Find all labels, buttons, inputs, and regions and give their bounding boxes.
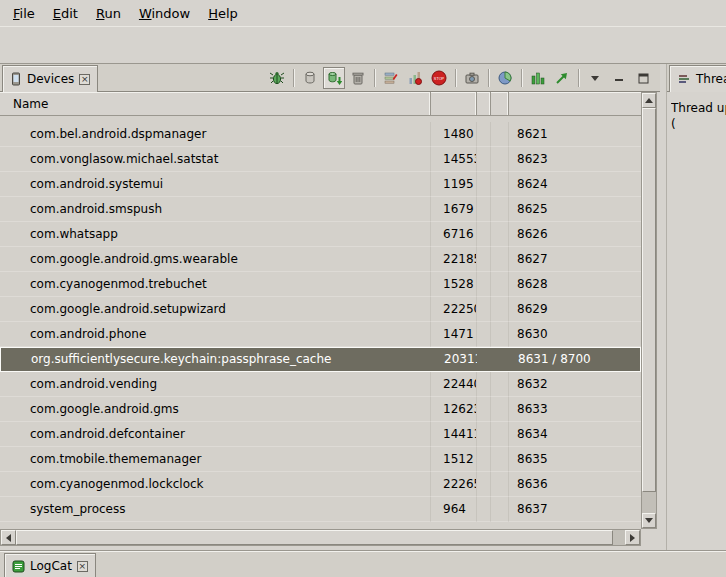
process-cell-empty1 [477, 247, 491, 272]
table-row[interactable]: com.android.defcontainer 14411 8634 [0, 422, 641, 447]
vertical-scroll-track[interactable] [642, 492, 656, 513]
menu-edit[interactable]: Edit [44, 2, 87, 25]
table-row[interactable]: com.google.android.setupwizard 22250 862… [0, 297, 641, 322]
process-port: 8626 [509, 222, 641, 247]
process-name: com.vonglasow.michael.satstat [0, 147, 431, 172]
horizontal-scroll-thumb[interactable] [16, 530, 613, 545]
horizontal-scroll-track[interactable] [613, 530, 625, 545]
minimize-icon [614, 73, 624, 83]
table-row[interactable]: com.android.systemui 1195 8624 [0, 172, 641, 197]
scroll-up-button[interactable] [642, 93, 656, 108]
process-port: 8629 [509, 297, 641, 322]
close-icon[interactable]: × [77, 561, 88, 572]
tab-threads[interactable]: Threads × [669, 65, 726, 92]
menubar: File Edit Run Window Help [0, 0, 726, 26]
maximize-button[interactable] [632, 67, 654, 89]
update-heap-button[interactable] [299, 67, 321, 89]
cause-gc-button[interactable] [347, 67, 369, 89]
process-pid: 1195 [431, 172, 477, 197]
menu-file[interactable]: File [4, 2, 44, 25]
process-table-body: com.bel.android.dspmanager 1480 8621 com… [0, 116, 641, 529]
method-profiling-icon [407, 70, 423, 86]
table-row[interactable]: com.whatsapp 6716 8626 [0, 222, 641, 247]
toolbar-separator [293, 69, 294, 87]
screen-capture-icon [464, 70, 480, 86]
process-port: 8634 [509, 422, 641, 447]
close-icon[interactable]: × [79, 74, 90, 85]
process-pid: 22265 [431, 472, 477, 497]
process-port: 8637 [509, 497, 641, 522]
process-name: com.android.vending [0, 372, 431, 397]
scroll-down-button[interactable] [642, 513, 656, 528]
table-row[interactable]: com.cyanogenmod.lockclock 22265 8636 [0, 472, 641, 497]
process-pid: 1471 [431, 322, 477, 347]
menu-window[interactable]: Window [130, 2, 199, 25]
capture-system-info-button[interactable] [494, 67, 516, 89]
process-pid: 14411 [431, 422, 477, 447]
update-threads-button[interactable] [380, 67, 402, 89]
tab-devices[interactable]: Devices × [2, 65, 98, 92]
start-profiling-button[interactable] [551, 67, 573, 89]
screen-capture-button[interactable] [461, 67, 483, 89]
table-row[interactable]: com.android.phone 1471 8630 [0, 322, 641, 347]
process-cell-empty1 [477, 297, 491, 322]
stop-process-button[interactable]: STOP [428, 67, 450, 89]
tab-logcat[interactable]: LogCat × [4, 553, 96, 577]
table-row[interactable]: system_process 964 8637 [0, 497, 641, 522]
table-row[interactable]: com.google.android.gms.wearable 22185 86… [0, 247, 641, 272]
process-cell-empty1 [477, 447, 491, 472]
table-row[interactable]: com.google.android.gms 12623 8633 [0, 397, 641, 422]
dump-hprof-button[interactable] [323, 67, 345, 89]
table-row[interactable]: org.sufficientlysecure.keychain:passphra… [0, 347, 641, 372]
table-row[interactable]: com.android.smspush 1679 8625 [0, 197, 641, 222]
stop-process-icon: STOP [431, 70, 447, 86]
toolbar-separator [521, 69, 522, 87]
process-cell-empty2 [491, 122, 509, 147]
minimize-button[interactable] [608, 67, 630, 89]
process-cell-empty2 [491, 172, 509, 197]
column-header-extra2[interactable] [491, 92, 509, 115]
process-cell-empty2 [491, 472, 509, 497]
table-row[interactable]: com.cyanogenmod.trebuchet 1528 8628 [0, 272, 641, 297]
process-cell-empty1 [477, 322, 491, 347]
process-name: com.tmobile.thememanager [0, 447, 431, 472]
view-menu-button[interactable] [584, 67, 606, 89]
process-cell-empty2 [491, 272, 509, 297]
table-row[interactable]: com.vonglasow.michael.satstat 14553 8623 [0, 147, 641, 172]
process-cell-empty2 [491, 422, 509, 447]
method-profiling-button[interactable] [404, 67, 426, 89]
main-toolbar [0, 26, 726, 64]
process-port: 8628 [509, 272, 641, 297]
debug-button[interactable] [266, 67, 288, 89]
table-row[interactable]: com.android.vending 22440 8632 [0, 372, 641, 397]
column-header-extra1[interactable] [477, 92, 491, 115]
arrow-left-icon [6, 534, 11, 542]
column-header-name[interactable]: Name [0, 92, 431, 115]
process-port: 8632 [509, 372, 641, 397]
horizontal-scrollbar[interactable] [0, 529, 641, 546]
table-row[interactable]: com.tmobile.thememanager 1512 8635 [0, 447, 641, 472]
process-cell-empty1 [477, 372, 491, 397]
table-row[interactable]: com.bel.android.dspmanager 1480 8621 [0, 122, 641, 147]
devices-tabbar: Devices × [0, 64, 660, 92]
process-port: 8631 / 8700 [510, 348, 640, 371]
threads-columns-button[interactable] [527, 67, 549, 89]
device-icon [10, 72, 22, 86]
process-name: system_process [0, 497, 431, 522]
process-port: 8627 [509, 247, 641, 272]
arrow-down-icon [645, 518, 653, 523]
column-header-port[interactable] [509, 92, 641, 115]
threads-columns-icon [530, 70, 546, 86]
maximize-icon [638, 73, 649, 84]
vertical-scrollbar[interactable] [641, 92, 657, 529]
column-header-pid[interactable] [431, 92, 477, 115]
menu-help[interactable]: Help [199, 2, 247, 25]
vertical-scroll-thumb[interactable] [642, 108, 656, 492]
toolbar-separator [488, 69, 489, 87]
scroll-right-button[interactable] [625, 530, 640, 545]
process-port: 8624 [509, 172, 641, 197]
menu-run[interactable]: Run [87, 2, 130, 25]
threads-tabbar: Threads × [667, 64, 726, 92]
scroll-left-button[interactable] [1, 530, 16, 545]
process-pid: 22185 [431, 247, 477, 272]
